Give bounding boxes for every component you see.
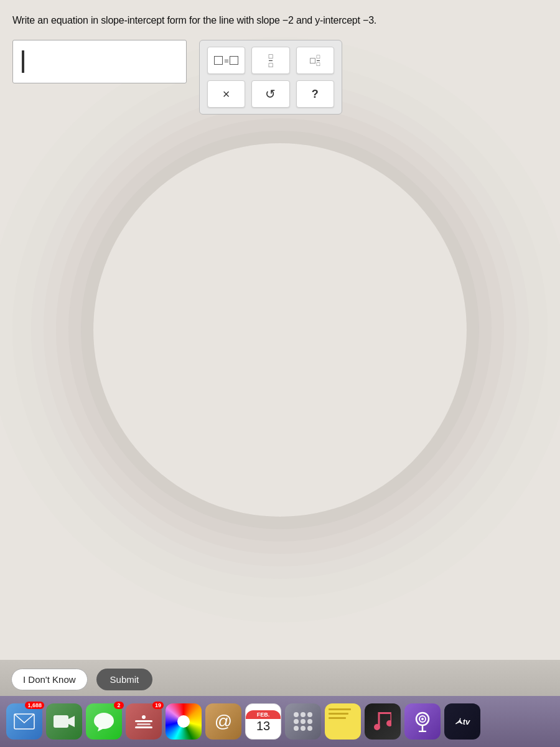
svg-point-3 xyxy=(94,713,114,729)
dont-know-button[interactable]: I Don't Know xyxy=(11,669,88,690)
mixed-number-icon: □ □ □ xyxy=(310,54,320,67)
svg-marker-2 xyxy=(68,716,75,727)
dock-app-music[interactable] xyxy=(365,703,401,740)
undo-icon: ↺ xyxy=(265,87,276,101)
svg-point-12 xyxy=(421,718,424,720)
equation-icon: = xyxy=(214,56,238,65)
mixed-number-btn[interactable]: □ □ □ xyxy=(296,47,334,74)
fraction-btn[interactable]: □ □ xyxy=(251,47,289,74)
siri-badge: 19 xyxy=(152,702,164,709)
notes-icon xyxy=(329,708,351,721)
mail-icon xyxy=(14,713,35,730)
music-icon xyxy=(374,712,391,731)
dock-app-siri[interactable]: 19 xyxy=(126,703,162,740)
svg-point-9 xyxy=(386,720,391,726)
messages-badge: 2 xyxy=(114,702,124,709)
help-btn[interactable]: ? xyxy=(296,80,334,108)
svg-point-8 xyxy=(374,724,380,730)
siri-icon xyxy=(135,715,152,728)
dock: 1,688 2 19 @ FEB. 13 xyxy=(0,696,560,747)
dock-app-podcast[interactable] xyxy=(404,703,441,740)
mail-badge: 1,688 xyxy=(25,702,44,709)
main-content: Write an equation in slope-intercept for… xyxy=(0,0,560,660)
dock-app-facetime[interactable] xyxy=(46,703,82,740)
podcast-icon xyxy=(413,711,432,732)
times-btn[interactable]: × xyxy=(207,80,245,108)
messages-icon xyxy=(93,711,115,732)
calendar-day-icon: 13 xyxy=(256,719,270,733)
launchpad-icon xyxy=(294,712,312,731)
dock-app-photos[interactable] xyxy=(166,703,202,740)
dock-app-at[interactable]: @ xyxy=(205,703,241,740)
dock-app-mail[interactable]: 1,688 xyxy=(6,703,42,740)
equation-btn[interactable]: = xyxy=(207,47,245,74)
dock-app-launchpad[interactable] xyxy=(285,703,321,740)
help-icon: ? xyxy=(312,88,319,101)
dock-app-messages[interactable]: 2 xyxy=(86,703,122,740)
text-cursor xyxy=(22,50,24,73)
answer-input-box[interactable] xyxy=(12,40,187,83)
undo-btn[interactable]: ↺ xyxy=(251,80,289,108)
times-icon: × xyxy=(223,87,230,101)
question-text: Write an equation in slope-intercept for… xyxy=(12,15,548,26)
action-row: I Don't Know Submit xyxy=(0,660,560,697)
fraction-icon: □ □ xyxy=(269,53,273,68)
svg-rect-5 xyxy=(379,712,391,714)
photos-icon xyxy=(177,715,190,728)
tv-icon: 🟀tv xyxy=(455,717,470,726)
facetime-icon xyxy=(53,713,75,730)
calendar-month-icon: FEB. xyxy=(246,710,281,719)
answer-row: = □ □ □ □ □ × xyxy=(12,40,548,115)
dock-app-calendar[interactable]: FEB. 13 xyxy=(245,703,281,740)
submit-button[interactable]: Submit xyxy=(96,669,153,690)
at-icon: @ xyxy=(215,712,232,731)
svg-rect-1 xyxy=(54,715,68,728)
dock-app-notes[interactable] xyxy=(325,703,361,740)
dock-app-tv[interactable]: 🟀tv xyxy=(444,703,480,740)
math-keyboard: = □ □ □ □ □ × xyxy=(199,40,342,115)
